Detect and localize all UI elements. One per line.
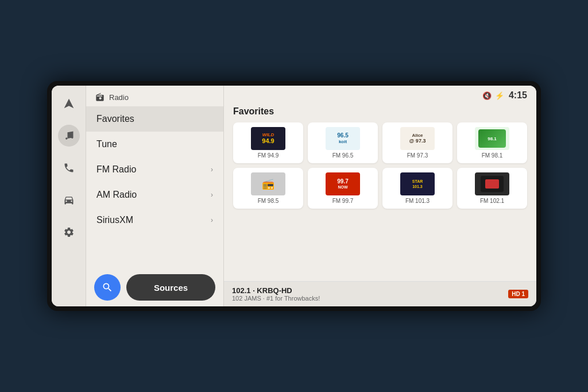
sidebar-item-fm-radio-label: FM Radio [96,164,136,175]
station-freq-now997: FM 99.7 [332,198,354,204]
bluetooth-icon: ⚡ [495,91,504,100]
station-tile-alice973[interactable]: Alice@ 97.3 FM 97.3 [382,122,452,163]
content-area: Favorites WILD 94.9 FM 94.9 [224,103,536,281]
screen: Radio Favorites Tune FM Radio › AM Radio… [52,86,536,306]
sidebar-item-favorites-label: Favorites [96,114,134,124]
nav-icon-car[interactable] [58,189,80,211]
sidebar-item-siriusxm[interactable]: SiriusXM › [86,207,223,233]
now-playing-description: 102 JAMS · #1 for Throwbacks! [232,295,320,302]
sidebar: Radio Favorites Tune FM Radio › AM Radio… [86,86,224,306]
sidebar-title: Radio [109,93,129,102]
favorites-grid: WILD 94.9 FM 94.9 96.5koit FM 96.5 [233,122,527,209]
station-tile-wild949[interactable]: WILD 94.9 FM 94.9 [233,122,303,163]
siriusxm-chevron: › [211,216,213,224]
station-tile-fm1021[interactable]: FM 102.1 [457,168,527,209]
signal-off-icon: 🔇 [482,91,492,100]
sources-label: Sources [154,283,188,293]
sidebar-item-tune[interactable]: Tune [86,132,223,157]
station-tile-star1013[interactable]: STAR101.3 FM 101.3 [382,168,452,209]
search-button[interactable] [94,274,121,301]
station-tile-koit965[interactable]: 96.5koit FM 96.5 [308,122,378,163]
sidebar-item-fm-radio[interactable]: FM Radio › [86,157,223,182]
sidebar-menu: Favorites Tune FM Radio › AM Radio › Sir… [86,106,223,268]
station-logo-koit965: 96.5koit [326,127,360,150]
station-freq-star1013: FM 101.3 [405,198,430,204]
radio-icon [95,93,105,102]
station-logo-wild949: WILD 94.9 [251,127,285,150]
top-bar: 🔇 ⚡ 4:15 [224,86,536,103]
sidebar-item-am-radio[interactable]: AM Radio › [86,182,223,207]
now-playing-info: 102.1 · KRBQ-HD 102 JAMS · #1 for Throwb… [232,286,320,302]
station-freq-wild949: FM 94.9 [258,152,279,159]
sidebar-item-tune-label: Tune [96,139,117,149]
nav-icon-music[interactable] [58,125,80,147]
sources-button[interactable]: Sources [126,274,215,301]
search-icon [102,282,113,293]
sidebar-item-am-radio-label: AM Radio [96,190,137,200]
station-tile-fm981[interactable]: 98.1 FM 98.1 [457,122,527,163]
station-freq-fm981: FM 98.1 [482,152,503,159]
station-freq-koit965: FM 96.5 [332,152,354,159]
top-bar-icons: 🔇 ⚡ [482,91,504,100]
station-logo-fm985: 📻 [251,172,285,195]
main-content: 🔇 ⚡ 4:15 Favorites WILD 94.9 [224,86,536,306]
station-logo-fm1021 [475,172,509,195]
screen-bezel: Radio Favorites Tune FM Radio › AM Radio… [47,81,541,311]
station-logo-fm981: 98.1 [475,127,509,150]
now-playing-station: 102.1 · KRBQ-HD [232,286,320,295]
svg-marker-0 [64,99,74,109]
favorites-section-title: Favorites [233,106,527,117]
nav-strip [52,86,86,306]
fm-radio-chevron: › [211,166,213,174]
nav-icon-phone[interactable] [58,157,80,179]
station-tile-fm985[interactable]: 📻 FM 98.5 [233,168,303,209]
station-logo-star1013: STAR101.3 [400,172,435,195]
station-freq-alice973: FM 97.3 [407,152,428,159]
am-radio-chevron: › [211,191,213,199]
sidebar-item-favorites[interactable]: Favorites [86,106,223,132]
sidebar-footer: Sources [86,268,223,306]
station-freq-fm985: FM 98.5 [258,198,279,204]
now-playing-bar: 102.1 · KRBQ-HD 102 JAMS · #1 for Throwb… [224,281,536,306]
nav-icon-settings[interactable] [58,221,80,243]
hd-badge: HD 1 [508,290,528,298]
station-freq-fm1021: FM 102.1 [480,198,504,204]
sidebar-header: Radio [86,86,223,106]
station-logo-now997: 99.7NOW [326,172,360,195]
sidebar-item-siriusxm-label: SiriusXM [96,215,133,225]
station-logo-alice973: Alice@ 97.3 [400,127,435,150]
clock: 4:15 [509,90,527,101]
nav-icon-navigation[interactable] [58,93,80,114]
station-tile-now997[interactable]: 99.7NOW FM 99.7 [308,168,378,209]
